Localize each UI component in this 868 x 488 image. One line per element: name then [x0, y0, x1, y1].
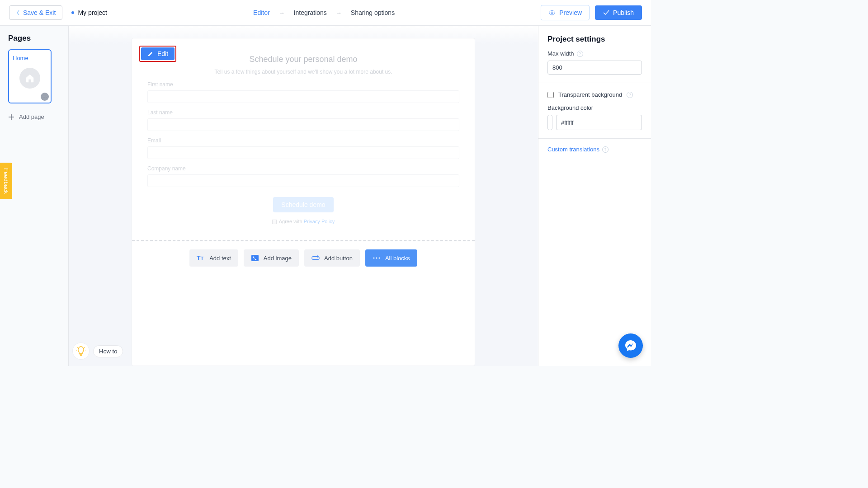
label-last-name: Last name: [147, 109, 459, 116]
lightbulb-icon: [72, 343, 90, 360]
svg-point-6: [373, 258, 374, 259]
canvas-area: Edit Schedule your personal demo Tell us…: [69, 26, 538, 366]
publish-button[interactable]: Publish: [595, 5, 642, 20]
page-card-label: Home: [13, 55, 47, 61]
privacy-pre: Agree with: [279, 219, 304, 224]
unsaved-dot-icon: [71, 11, 74, 14]
home-icon: [19, 68, 40, 89]
tab-integrations[interactable]: Integrations: [294, 9, 327, 16]
label-email: Email: [147, 137, 459, 144]
preview-label: Preview: [559, 9, 582, 16]
add-image-label: Add image: [264, 255, 292, 262]
email-field[interactable]: [147, 146, 459, 159]
page-card-home[interactable]: Home ⋯: [8, 49, 52, 103]
bg-color-input[interactable]: [556, 115, 642, 130]
text-icon: TT: [197, 254, 205, 262]
arrow-right-icon: →: [336, 9, 342, 16]
edit-highlight: Edit: [139, 46, 176, 62]
howto-label: How to: [93, 345, 123, 357]
edit-button[interactable]: Edit: [141, 47, 175, 60]
help-icon[interactable]: ?: [577, 51, 583, 57]
messenger-icon: [624, 339, 637, 352]
all-blocks-label: All blocks: [385, 255, 410, 262]
pencil-icon: [147, 51, 154, 57]
last-name-field[interactable]: [147, 118, 459, 131]
project-name-text: My project: [78, 9, 107, 16]
eye-icon: [548, 10, 556, 15]
project-name: My project: [71, 9, 107, 16]
svg-point-8: [378, 258, 380, 259]
svg-point-4: [253, 257, 254, 258]
first-name-field[interactable]: [147, 90, 459, 103]
page-more-icon[interactable]: ⋯: [41, 93, 49, 101]
privacy-row: Agree with Privacy Policy: [147, 219, 459, 224]
feedback-tab[interactable]: Feedback: [0, 163, 12, 199]
block-toolbar: TT Add text Add image Add button All blo…: [132, 240, 475, 275]
howto-widget[interactable]: How to: [72, 343, 123, 360]
max-width-label: Max width ?: [547, 50, 642, 57]
save-exit-label: Save & Exit: [23, 9, 56, 16]
top-bar: Save & Exit My project Editor → Integrat…: [0, 0, 651, 26]
divider: [538, 83, 651, 83]
canvas: Edit Schedule your personal demo Tell us…: [132, 38, 475, 366]
svg-point-0: [551, 12, 553, 14]
custom-translations-row: Custom translations ?: [538, 138, 651, 160]
help-icon[interactable]: ?: [627, 92, 633, 98]
dots-icon: [373, 254, 381, 262]
privacy-checkbox[interactable]: [272, 220, 277, 224]
stage-nav: Editor → Integrations → Sharing options: [253, 9, 395, 16]
max-width-input[interactable]: [547, 61, 642, 75]
form-title: Schedule your personal demo: [147, 55, 459, 64]
form-block[interactable]: Edit Schedule your personal demo Tell us…: [137, 44, 469, 235]
pages-heading: Pages: [8, 34, 60, 43]
all-blocks-button[interactable]: All blocks: [365, 249, 417, 267]
add-text-label: Add text: [209, 255, 231, 262]
privacy-link[interactable]: Privacy Policy: [304, 219, 335, 224]
settings-panel: Project settings Max width ? Transparent…: [538, 26, 651, 366]
chevron-left-icon: [16, 10, 20, 15]
transparent-bg-row[interactable]: Transparent background ?: [547, 91, 642, 98]
help-icon[interactable]: ?: [602, 146, 609, 153]
svg-text:T: T: [201, 256, 203, 261]
svg-text:T: T: [197, 254, 201, 262]
settings-heading: Project settings: [538, 26, 651, 50]
company-field[interactable]: [147, 174, 459, 187]
label-first-name: First name: [147, 81, 459, 88]
add-page-label: Add page: [19, 113, 44, 120]
custom-translations-link[interactable]: Custom translations: [547, 146, 599, 153]
form-subtitle: Tell us a few things about yourself and …: [147, 69, 459, 75]
tab-editor[interactable]: Editor: [253, 9, 270, 16]
arrow-right-icon: →: [279, 9, 285, 16]
edit-label: Edit: [157, 50, 168, 57]
add-page-button[interactable]: Add page: [8, 113, 60, 120]
add-button-label: Add button: [324, 255, 353, 262]
label-company: Company name: [147, 165, 459, 172]
publish-label: Publish: [613, 9, 634, 16]
bg-color-swatch[interactable]: [547, 115, 552, 130]
plus-icon: [8, 114, 14, 120]
transparent-bg-label: Transparent background: [558, 91, 622, 98]
transparent-bg-checkbox[interactable]: [547, 92, 554, 98]
bg-color-label: Background color: [547, 104, 642, 111]
check-icon: [603, 10, 609, 15]
button-icon: [311, 254, 320, 262]
messenger-button[interactable]: [618, 333, 643, 358]
preview-button[interactable]: Preview: [541, 5, 590, 20]
svg-point-7: [376, 258, 377, 259]
add-text-button[interactable]: TT Add text: [189, 249, 238, 267]
add-image-button[interactable]: Add image: [244, 249, 299, 267]
add-button-button[interactable]: Add button: [304, 249, 360, 267]
image-icon: [251, 254, 259, 262]
tab-sharing[interactable]: Sharing options: [351, 9, 395, 16]
schedule-demo-button[interactable]: Schedule demo: [273, 197, 333, 212]
save-exit-button[interactable]: Save & Exit: [9, 5, 62, 20]
